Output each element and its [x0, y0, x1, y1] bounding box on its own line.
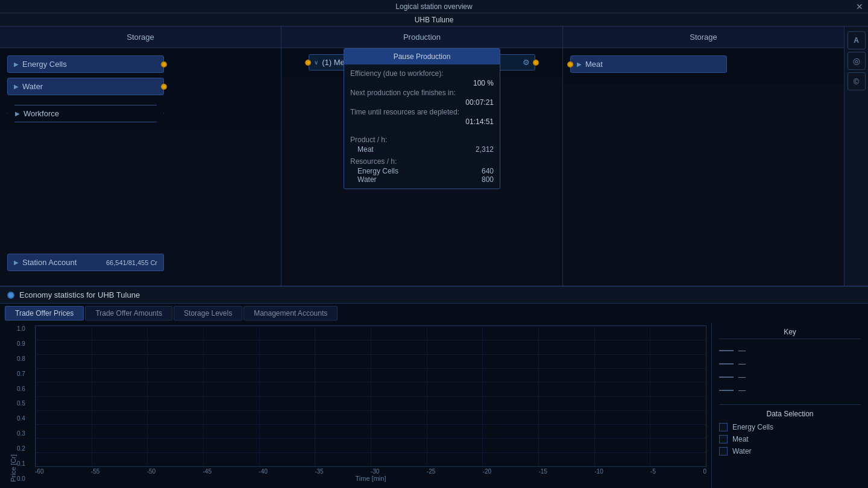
meat-product-row: Meat 2,312	[350, 145, 494, 154]
data-select-water[interactable]: Water	[719, 447, 861, 455]
depleted-label-row: Time until resources are depleted:	[350, 108, 494, 116]
tab-storage-levels[interactable]: Storage Levels	[174, 306, 242, 321]
chart-grid-container: -60 -55 -50 -45 -40 -35 -30 -25 -20 -15 …	[35, 325, 706, 482]
economy-header: Economy statistics for UHB Tulune	[0, 287, 868, 304]
meat-left-connector	[567, 61, 573, 67]
energy-cells-connector	[161, 61, 167, 67]
water-connector	[161, 84, 167, 90]
tab-trade-offer-prices[interactable]: Trade Offer Prices	[5, 306, 84, 321]
label-water: Water	[732, 447, 752, 455]
label-energy-cells: Energy Cells	[732, 423, 773, 431]
meat-output-item[interactable]: ▶ Meat	[570, 55, 727, 73]
energy-cells-item[interactable]: ▶ Energy Cells	[7, 55, 164, 73]
checkbox-energy-cells[interactable]	[719, 423, 728, 431]
tab-trade-offer-amounts[interactable]: Trade Offer Amounts	[85, 306, 172, 321]
resources-section-title: Resources / h:	[350, 157, 494, 166]
center-column-body: ∨ (1) Meat (ARG) ⚙ Pause Production Effi…	[281, 48, 562, 78]
energy-cells-label: Energy Cells	[22, 60, 67, 69]
economy-section: Economy statistics for UHB Tulune Trade …	[0, 286, 868, 488]
production-tooltip: Pause Production Efficiency (due to work…	[344, 48, 500, 189]
account-label: Station Account	[22, 258, 77, 267]
key-line-4: —	[719, 386, 861, 395]
title-bar: Logical station overview ✕	[0, 0, 868, 13]
key-line-icon-2	[719, 363, 734, 364]
chart-wrapper: Price [Cr] 1.0 0.9 0.8 0.7 0.6 0.5 0.4 0…	[7, 325, 706, 482]
key-line-icon-4	[719, 390, 734, 391]
gear-icon[interactable]: ⚙	[523, 58, 530, 67]
node-expand-chevron: ∨	[314, 59, 318, 66]
station-name: UHB Tulune	[415, 16, 454, 24]
side-panel: A ◎ ©	[844, 27, 868, 286]
label-meat: Meat	[732, 435, 749, 443]
center-column-header: Production	[281, 27, 562, 48]
next-cycle-label-row: Next production cycle finishes in:	[350, 89, 494, 97]
key-section: Key — — — — Data Selection	[711, 323, 868, 488]
center-production-column: Production ∨ (1) Meat (ARG) ⚙ Pause Prod…	[281, 27, 563, 286]
key-title: Key	[719, 328, 861, 339]
right-column-body: ▶ Meat	[563, 48, 844, 85]
depleted-value-row: 01:14:51	[350, 117, 494, 126]
tooltip-body: Efficiency (due to workforce): 100 % Nex…	[344, 64, 500, 189]
side-icon-a[interactable]: A	[848, 31, 866, 49]
station-name-bar: UHB Tulune	[0, 13, 868, 27]
data-select-meat[interactable]: Meat	[719, 435, 861, 443]
main-panel: Storage ▶ Energy Cells ▶ Water	[0, 27, 868, 286]
key-line-3: —	[719, 373, 861, 381]
next-cycle-value-row: 00:07:21	[350, 98, 494, 107]
right-storage-column: Storage ▶ Meat	[563, 27, 844, 286]
efficiency-row: Efficiency (due to workforce):	[350, 69, 494, 78]
chart-grid	[35, 325, 706, 467]
y-axis-label: Price [Cr]	[7, 325, 17, 482]
key-line-2: —	[719, 360, 861, 368]
data-select-energy-cells[interactable]: Energy Cells	[719, 423, 861, 431]
side-icon-c[interactable]: ©	[848, 72, 866, 90]
right-column-header: Storage	[563, 27, 844, 48]
energy-cells-resource-row: Energy Cells 640	[350, 167, 494, 175]
station-account-item[interactable]: ▶ Station Account 66,541/81,455 Cr	[7, 254, 164, 271]
efficiency-value-row: 100 %	[350, 79, 494, 87]
data-selection-title: Data Selection	[719, 410, 861, 418]
window-title: Logical station overview	[395, 2, 472, 11]
chart-area: Price [Cr] 1.0 0.9 0.8 0.7 0.6 0.5 0.4 0…	[0, 323, 711, 488]
close-button[interactable]: ✕	[856, 2, 863, 11]
product-section-title: Product / h:	[350, 136, 494, 144]
chart-key-container: Price [Cr] 1.0 0.9 0.8 0.7 0.6 0.5 0.4 0…	[0, 323, 868, 488]
water-chevron: ▶	[14, 83, 19, 90]
water-item[interactable]: ▶ Water	[7, 78, 164, 95]
key-line-icon-1	[719, 350, 734, 351]
side-icon-b[interactable]: ◎	[848, 52, 866, 70]
x-axis-label: Time [min]	[35, 475, 706, 482]
data-selection-section: Data Selection Energy Cells Meat Water	[719, 404, 861, 455]
pause-production-button[interactable]: Pause Production	[344, 49, 500, 64]
economy-title: Economy statistics for UHB Tulune	[19, 290, 140, 299]
account-value: 66,541/81,455 Cr	[106, 259, 157, 266]
economy-indicator	[7, 292, 14, 299]
tab-management-accounts[interactable]: Management Accounts	[244, 306, 338, 321]
left-column-body: ▶ Energy Cells ▶ Water ▶ Workforce	[0, 48, 281, 130]
key-line-1: —	[719, 346, 861, 355]
water-label: Water	[22, 82, 43, 91]
checkbox-water[interactable]	[719, 447, 728, 455]
workforce-label: Workforce	[24, 109, 59, 118]
left-storage-column: Storage ▶ Energy Cells ▶ Water	[0, 27, 281, 286]
meat-chevron: ▶	[577, 61, 582, 67]
energy-cells-chevron: ▶	[14, 61, 19, 67]
meat-label: Meat	[585, 60, 603, 69]
left-column-header: Storage	[0, 27, 281, 48]
workforce-chevron: ▶	[15, 110, 20, 117]
checkbox-meat[interactable]	[719, 435, 728, 443]
key-line-icon-3	[719, 377, 734, 378]
y-ticks: 1.0 0.9 0.8 0.7 0.6 0.5 0.4 0.3 0.2 0.1 …	[17, 325, 35, 482]
water-resource-row: Water 800	[350, 175, 494, 184]
production-right-connector	[533, 60, 539, 66]
account-chevron: ▶	[14, 259, 19, 266]
x-ticks: -60 -55 -50 -45 -40 -35 -30 -25 -20 -15 …	[35, 467, 706, 475]
production-left-connector	[305, 60, 311, 66]
tabs-bar: Trade Offer Prices Trade Offer Amounts S…	[0, 304, 868, 323]
columns-container: Storage ▶ Energy Cells ▶ Water	[0, 27, 844, 286]
